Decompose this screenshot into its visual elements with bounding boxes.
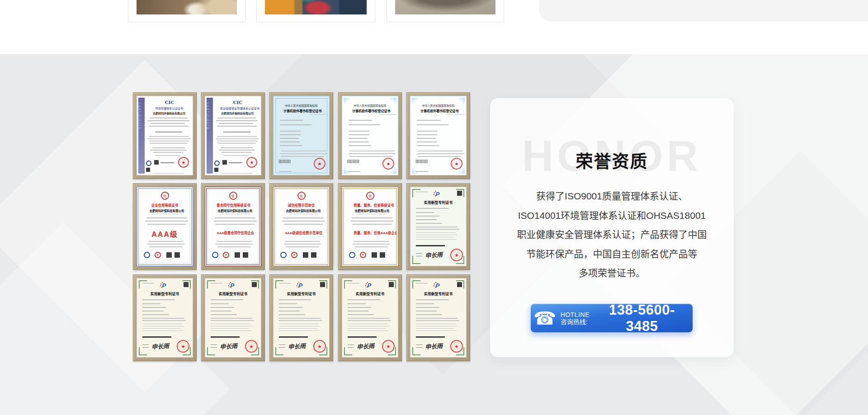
text-line [354,246,388,247]
text-line [283,217,324,218]
certificate-title: 实用新型专利证书 [420,200,457,205]
company-name: 合肥珂玛环保科技有限公司 [218,208,249,212]
text-line [279,171,292,172]
text-line [280,141,300,142]
text-line [142,336,171,338]
logo-dots-icon [229,283,230,284]
red-seal-icon: ★ [451,158,462,170]
text-line [349,134,369,135]
text-line [416,256,422,256]
certificate-copyright[interactable]: 中华人民共和国国家版权局计算机软件著作权登记证书★ [269,92,333,179]
certificate-paper: P实用新型专利证书申长雨★ [137,278,193,358]
corner-flourish-icon [275,347,283,355]
certificate-copyright[interactable]: 中华人民共和国国家版权局计算机软件著作权登记证书★ [406,92,470,179]
text-line [416,326,458,326]
text-line [288,214,318,214]
award-text: AAA级 [141,228,189,239]
certificate-title: 质量、服务、信誉等级证书 [354,203,387,208]
text-line [416,307,439,308]
text-line [155,132,182,132]
qr-code-icon [252,282,257,287]
text-line [211,326,252,326]
text-line [211,303,229,304]
text-line [150,118,188,118]
certificate-credit[interactable]: 信质量、服务、信誉等级证书合肥珂玛环保科技有限公司质量、服务、信誉AAA级企业★ [338,183,402,270]
text-line [416,283,428,283]
certificate-patent[interactable]: P实用新型专利证书申长雨★ [338,274,402,361]
qr-code-icon [372,252,377,258]
text-line [416,314,442,315]
text-line [151,175,186,175]
corner-flourish-icon [344,167,350,174]
certificate-patent[interactable]: P实用新型专利证书申长雨★ [201,274,265,361]
barcode-icon [348,160,359,163]
star-logo-icon: ★ [223,252,229,258]
text-line [417,134,438,135]
cert-logo-icon [349,252,355,258]
text-line [348,320,391,321]
text-line [142,320,186,321]
text-line [279,299,311,300]
signature: 申长雨 [219,341,237,351]
text-line [279,344,285,345]
text-line [418,156,461,157]
text-line [416,171,429,172]
award-text: AAA级诚信经营示范单位 [285,230,318,235]
text-line [349,124,380,125]
text-line [416,219,437,220]
text-line [219,123,253,124]
text-line [416,208,448,209]
hotline-labels: HOTLINE 咨询热线: [561,311,590,325]
text-line [211,311,231,311]
qr-code-icon [320,282,325,287]
text-line [416,311,437,311]
red-seal-icon: ★ [450,249,463,261]
text-line [286,246,319,247]
text-line [280,138,299,139]
project-photo-card-1[interactable] [128,0,245,22]
cic-round-logo-icon [214,160,220,166]
text-line [160,162,174,163]
certificate-patent[interactable]: P实用新型专利证书申长雨★ [133,274,197,361]
certificate-credit[interactable]: 信诚信经营示范单位合肥珂玛环保科技有限公司AAA级诚信经营示范单位★ [269,183,333,270]
text-line [279,303,297,304]
company-name: 合肥珂玛环保科技有限公司 [150,208,180,212]
authority-name: 中华人民共和国国家版权局 [354,104,387,108]
certificate-credit[interactable]: 信重合同守信用等级证书合肥珂玛环保科技有限公司AAA级重合同守信用企业★ [201,183,265,270]
certificate-patent[interactable]: P实用新型专利证书申长雨★ [269,274,333,361]
certificate-cic[interactable]: CERTIFICATECIC环境管理体系认证证书合肥珂玛环保科技有限公司★ [133,92,197,179]
corner-flourish-icon [412,256,420,264]
text-line [284,244,321,245]
text-line [416,239,457,240]
signature: 申长雨 [425,341,443,351]
corner-flourish-icon [412,347,420,355]
text-line [416,320,459,321]
machinery-site-photo [265,0,367,14]
text-line [348,344,354,345]
text-line [351,221,393,222]
certificate-title: 实用新型专利证书 [146,291,183,297]
text-line [416,347,422,348]
certificate-paper: 信企业信用等级证书合肥珂玛环保科技有限公司AAA级★ [137,187,193,266]
project-photo-card-2[interactable] [256,0,375,22]
text-line [348,324,387,324]
certificate-patent[interactable]: P实用新型专利证书申长雨★ [406,274,470,361]
text-line [416,324,456,324]
hotline-button[interactable]: ☎ HOTLINE 咨询热线: 138-5600-3485 [531,304,693,332]
certificate-credit[interactable]: 信企业信用等级证书合肥珂玛环保科技有限公司AAA级★ [133,183,197,270]
qr-code-icon [214,168,218,172]
text-line [146,221,188,222]
text-line [216,244,253,245]
text-line [281,156,324,157]
certificate-patent[interactable]: P实用新型专利证书申长雨★ [406,183,470,270]
certificate-cic[interactable]: CERTIFICATECIC职业健康安全管理体系认证证书合肥珂玛环保科技有限公司… [201,92,265,179]
text-line [211,299,243,300]
logo-dots-icon [160,283,161,284]
project-photo-card-3[interactable] [387,0,504,22]
excavation-site-photo [137,0,237,14]
text-line [217,241,252,242]
certificate-title: 职业健康安全管理体系认证证书 [217,106,255,110]
text-line [149,136,189,137]
company-name: 合肥珂玛环保科技有限公司 [286,208,317,212]
certificate-copyright[interactable]: 中华人民共和国国家版权局计算机软件著作权登记证书★ [338,92,402,179]
